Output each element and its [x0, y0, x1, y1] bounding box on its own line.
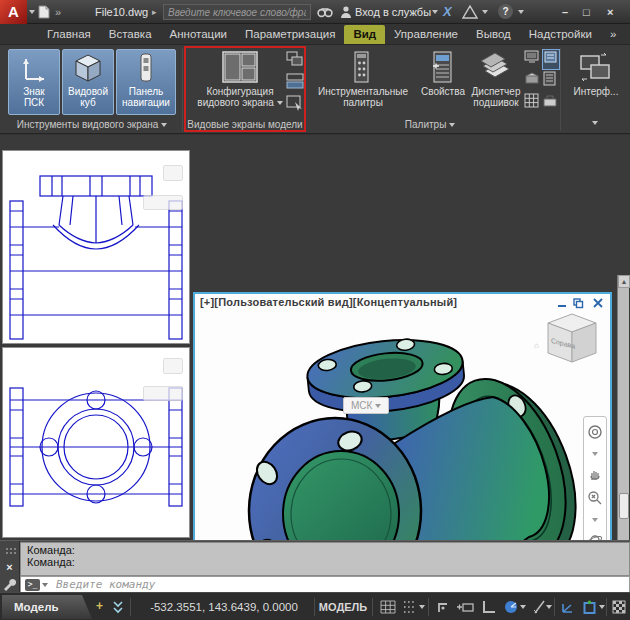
pan-icon[interactable] — [584, 462, 606, 486]
tab-upravlenie[interactable]: Управление — [385, 25, 467, 44]
osnap-arrow-icon[interactable] — [599, 605, 605, 609]
tab-vid[interactable]: Вид — [344, 25, 385, 44]
viewcube-toggle-button[interactable]: Видовойкуб — [62, 49, 114, 115]
object-snap-icon[interactable] — [580, 597, 600, 617]
close-button[interactable]: × — [607, 0, 613, 24]
signin-button[interactable]: Вход в службы — [355, 0, 431, 24]
navbar-toggle-button[interactable]: Панельнавигации — [116, 49, 176, 115]
zoom-icon[interactable] — [584, 486, 606, 510]
panel-title-model-viewports[interactable]: Видовые экраны модели — [186, 119, 304, 130]
ribbon: ЗнакПСК Видовойкуб Панельнавигации Инстр… — [0, 45, 630, 134]
named-viewports-button[interactable] — [286, 51, 304, 71]
autodesk360-icon[interactable]: X — [443, 0, 452, 24]
infer-constraints-icon[interactable] — [433, 597, 453, 617]
viewport-top-view[interactable] — [2, 347, 190, 538]
ghost-wcs-button[interactable] — [143, 386, 183, 401]
polar-arrow-icon[interactable] — [520, 605, 526, 609]
command-input-row: >_ — [20, 576, 630, 593]
search-binoculars-icon[interactable] — [317, 5, 333, 18]
tool-palettes-button[interactable]: Инструментальныепалитры — [310, 49, 416, 127]
restore-viewport-button[interactable] — [286, 95, 304, 115]
layout-chevrons-icon[interactable] — [112, 600, 124, 614]
command-prompt-arrow-icon[interactable] — [42, 583, 48, 587]
minimize-button[interactable]: – — [562, 0, 568, 24]
help-arrow-icon[interactable] — [518, 10, 524, 14]
command-history-line: Команда: — [27, 556, 623, 568]
scroll-up-icon[interactable]: ▲ — [618, 275, 630, 288]
wheel-arrow-icon[interactable] — [592, 452, 598, 456]
document-title: File10.dwg — [95, 0, 148, 24]
command-close-icon[interactable]: × — [0, 561, 19, 573]
help-icon[interactable]: ? — [498, 4, 513, 19]
palette-mini-button-6[interactable] — [542, 93, 558, 112]
app-menu-arrow-icon[interactable] — [29, 10, 35, 14]
palette-mini-button-2[interactable] — [542, 49, 560, 70]
tab-vyvod[interactable]: Вывод — [467, 25, 520, 44]
command-input[interactable] — [54, 578, 629, 592]
command-prompt-icon: >_ — [25, 579, 40, 591]
ghost-viewcube[interactable] — [163, 358, 183, 374]
panel-title-palettes[interactable]: Палитры — [330, 119, 530, 130]
panel-arrow-icon — [449, 123, 455, 127]
model-tab[interactable]: Модель — [2, 595, 92, 619]
tab-nadstroyki[interactable]: Надстройки — [520, 25, 601, 44]
wcs-dropdown[interactable]: МСК — [343, 397, 389, 414]
ortho-mode-icon[interactable] — [479, 597, 499, 617]
exchange-arrow-icon[interactable] — [482, 10, 488, 14]
ghost-wcs-button[interactable] — [143, 195, 183, 210]
new-file-icon[interactable] — [38, 5, 50, 19]
viewcube-home-icon[interactable]: ⌂ — [534, 341, 539, 350]
sheet-set-manager-button[interactable]: Диспетчерподшивок — [470, 49, 522, 127]
exchange-apps-icon[interactable] — [462, 5, 478, 19]
tab-parametrizaciya[interactable]: Параметризация — [236, 25, 344, 44]
qat-overflow-icon[interactable]: » — [55, 0, 61, 24]
ucs-axes-icon — [21, 53, 47, 83]
snap-arrow-icon[interactable] — [419, 605, 425, 609]
polar-tracking-icon[interactable] — [501, 597, 521, 617]
tab-glavnaya[interactable]: Главная — [38, 25, 100, 44]
grid-display-icon[interactable] — [378, 597, 398, 617]
signin-arrow-icon[interactable] — [432, 10, 438, 14]
viewport-window-controls[interactable] — [556, 297, 604, 309]
maximize-button[interactable]: □ — [583, 0, 590, 24]
palette-mini-button-5[interactable] — [524, 93, 540, 112]
customization-icon[interactable] — [610, 597, 628, 617]
zoom-arrow-icon[interactable] — [592, 518, 598, 522]
viewport-front-view[interactable] — [2, 150, 190, 344]
user-icon[interactable] — [340, 5, 352, 18]
grip-dots-icon — [4, 547, 16, 555]
scroll-thumb[interactable] — [619, 493, 629, 519]
ribbon-tab-bar: Главная Вставка Аннотации Параметризация… — [0, 24, 630, 45]
search-input[interactable] — [163, 4, 311, 20]
tab-overflow-icon[interactable]: » — [601, 25, 625, 44]
snap-mode-icon[interactable] — [400, 597, 420, 617]
dynamic-input-icon[interactable] — [455, 597, 475, 617]
app-menu-button[interactable]: A — [0, 0, 27, 24]
osnap-tracking-icon[interactable] — [558, 597, 578, 617]
tab-vstavka[interactable]: Вставка — [100, 25, 161, 44]
join-viewports-button[interactable] — [286, 73, 304, 93]
interface-expand-arrow-icon[interactable] — [592, 121, 598, 125]
palette-mini-button-1[interactable] — [524, 49, 540, 68]
command-dock-grip[interactable]: × — [0, 541, 20, 593]
command-history[interactable]: Команда: Команда: — [20, 542, 630, 576]
viewport-label[interactable]: [+][Пользовательский вид][Концептуальный… — [200, 296, 457, 308]
isodraft-arrow-icon[interactable] — [546, 605, 552, 609]
viewport-configuration-button[interactable]: Конфигурациявидового экрана — [196, 49, 284, 127]
interface-panel-button[interactable]: Интерф... — [566, 49, 626, 129]
model-space-button[interactable]: МОДЕЛЬ — [316, 595, 370, 619]
panel-title-viewport-tools[interactable]: Инструменты видового экрана — [4, 119, 180, 130]
qat-expand-icon[interactable]: ▸ — [152, 0, 157, 24]
steering-wheel-icon[interactable] — [584, 420, 606, 444]
coordinates-display[interactable]: -532.3551, 143.6439, 0.0000 — [134, 595, 314, 619]
tab-annotacii[interactable]: Аннотации — [161, 25, 236, 44]
properties-button[interactable]: Свойства — [418, 49, 468, 127]
command-wrench-icon[interactable] — [2, 577, 17, 592]
ghost-viewcube[interactable] — [163, 165, 183, 181]
palette-mini-button-4[interactable] — [542, 71, 558, 90]
panel-arrow-icon — [161, 123, 167, 127]
new-layout-plus-icon[interactable]: + — [96, 599, 103, 613]
palette-mini-button-3[interactable] — [524, 71, 540, 90]
viewcube[interactable]: ⌂ Справа — [532, 310, 604, 390]
ucs-icon-button[interactable]: ЗнакПСК — [8, 49, 60, 115]
